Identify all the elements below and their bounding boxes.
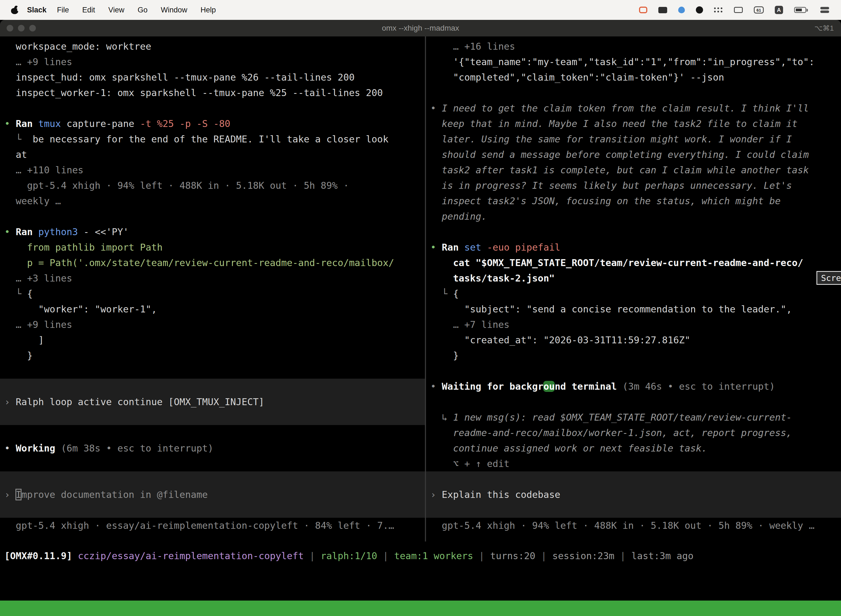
terminal-line [0,363,425,378]
menubar-status-icons: 61 A [639,6,834,14]
text-run: ⌥ + ↑ edit [431,458,510,469]
terminal-line: … +16 lines [426,39,841,54]
text-run: nd terminal [555,381,617,392]
terminal-line [426,471,841,487]
text-run: inspect task2's JSON, focusing on the st… [431,195,781,207]
terminal-line: is in progress? It seems likely but perh… [426,178,841,193]
right-pane: … +16 lines '{"team_name":"my-team","tas… [426,39,841,533]
terminal-line: … +9 lines [0,54,425,70]
terminal-line: gpt-5.4 xhigh · 94% left · 488K in · 5.1… [426,518,841,533]
text-run: from pathlib import Path [4,242,163,253]
terminal-line: } [426,348,841,363]
terminal-line: pending. [426,209,841,224]
screen-recording-icon[interactable] [639,7,647,13]
terminal-window: omx --xhigh --madmax ⌥⌘1 workspace_mode:… [0,20,841,616]
tooltip: Scre [816,271,841,285]
menu-item-window[interactable]: Window [161,6,188,14]
terminal-line: from pathlib import Path [0,239,425,255]
terminal-line: tasks/task-2.json" [426,270,841,286]
terminal-line: • Waiting for background terminal (3m 46… [426,378,841,394]
text-run: … +9 lines [4,56,72,67]
terminal-line: • Ran tmux capture-pane -t %25 -p -S -80 [0,116,425,131]
text-run: } [4,350,32,361]
text-run: python3 [38,226,78,238]
terminal-line [426,394,841,409]
text-run: › [431,489,442,500]
text-run: … +7 lines [431,319,510,330]
terminal-line: … +7 lines [426,317,841,332]
text-run: at [4,149,27,160]
grid-icon[interactable] [658,7,667,13]
terminal-line: } [0,348,425,363]
text-run: task2 after task1 is complete, but can I… [431,164,809,176]
terminal-line [0,425,425,440]
menu-item-view[interactable]: View [108,6,125,14]
prompt-input-line[interactable]: › Ralph loop active continue [OMX_TMUX_I… [0,394,425,409]
text-run: • [4,443,16,454]
window-title-bar[interactable]: omx --xhigh --madmax ⌥⌘1 [0,20,841,37]
text-run: Ran [16,118,38,129]
terminal-line: ⌥ + ↑ edit [426,456,841,471]
text-run: workspace_mode: worktree [4,41,151,52]
input-source-icon[interactable]: A [775,6,783,14]
menu-item-go[interactable]: Go [138,6,148,14]
text-run: | [535,550,552,561]
text-run: └ [431,288,453,299]
drop-icon[interactable] [678,7,685,13]
left-pane: workspace_mode: worktree … +9 lines insp… [0,39,425,533]
terminal-line: task2 after task1 is complete, but can I… [426,162,841,178]
text-run: ou [543,381,555,392]
circle-app-icon[interactable] [696,6,703,13]
text-run: └ [4,288,27,299]
terminal-line: ↳ 1 new msg(s): read $OMX_TEAM_STATE_ROO… [426,409,841,425]
text-run: - <<'PY' [78,226,129,238]
terminal-line: later. Using the same for transition mig… [426,131,841,147]
terminal-line [0,378,425,394]
text-run: gpt-5.4 xhigh · essay/ai-reimplementatio… [4,520,394,531]
text-run: | [473,550,490,561]
terminal-line: • Ran set -euo pipefail [426,239,841,255]
text-run: } [431,350,459,361]
text-run: └ [4,133,32,145]
text-run: • [431,381,442,392]
prompt-input-line[interactable]: › Explain this codebase [426,487,841,502]
keyboard-icon[interactable] [734,7,743,13]
text-run: "subject": "send a concise recommendatio… [431,304,792,315]
text-run: "completed","claim_token":"claim-token"}… [431,72,724,83]
terminal-line: … +3 lines [0,270,425,286]
text-run: ralph:1/10 [321,550,377,561]
text-run: -euo pipefail [481,242,560,253]
text-run: cczip/essay/ai-reimplementation-copyleft [78,550,304,561]
text-run: … +110 lines [4,164,84,176]
text-run: keep that in mind. Maybe I also need the… [431,118,798,129]
prompt-input-line[interactable]: › Improve documentation in @filename [0,487,425,502]
text-run: be necessary for the end of the README. … [32,133,388,145]
terminal-line: inspect_worker-1: omx sparkshell --tmux-… [0,85,425,100]
terminal-line: └ { [426,286,841,301]
text-run: mprove documentation in @filename [21,489,208,500]
terminal-line [0,209,425,224]
text-run: last:3m ago [631,550,693,561]
active-app-name[interactable]: Slack [27,6,47,14]
terminal-line: • Ran python3 - <<'PY' [0,224,425,239]
terminal-line: "subject": "send a concise recommendatio… [426,301,841,317]
text-run: tasks/task-2.json" [431,273,555,284]
text-run: | [304,550,321,561]
text-run: -t %25 -p -S -80 [140,118,230,129]
terminal-line [426,85,841,100]
battery-icon[interactable] [794,7,806,13]
battery-percentage-badge-icon[interactable]: 61 [754,6,764,13]
text-run: Waiting for backgr [442,381,543,392]
text-run: Ran [442,242,464,253]
terminal-line: └ { [0,286,425,301]
control-center-icon[interactable] [819,6,830,13]
text-run: "worker": "worker-1", [4,304,157,315]
terminal-line [0,456,425,471]
text-run: • [4,226,16,238]
dots-grid-icon[interactable] [714,7,723,13]
menu-item-file[interactable]: File [57,6,69,14]
apple-menu-icon[interactable] [11,6,19,14]
terminal-line: inspect_hud: omx sparkshell --tmux-pane … [0,70,425,85]
menu-item-edit[interactable]: Edit [82,6,95,14]
menu-item-help[interactable]: Help [201,6,216,14]
